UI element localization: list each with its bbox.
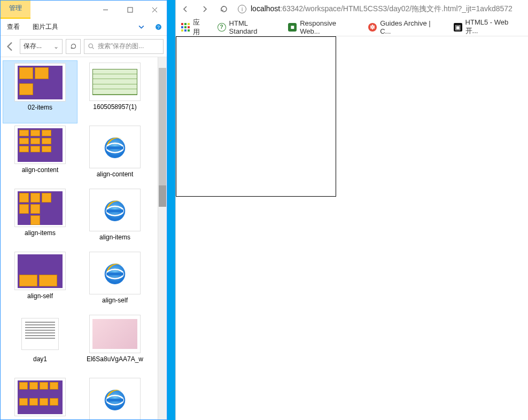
window-controls	[93, 1, 167, 19]
file-thumbnail	[14, 378, 66, 416]
nav-back-button[interactable]	[180, 4, 191, 14]
tab-manage[interactable]: 管理	[1, 1, 30, 19]
reload-button[interactable]	[219, 4, 229, 14]
file-item[interactable]: align-items	[3, 186, 77, 250]
help-icon[interactable]: ?	[150, 19, 167, 36]
svg-rect-19	[106, 399, 123, 401]
file-item[interactable]: align-self	[3, 250, 77, 313]
titlebar: 管理	[1, 1, 167, 19]
files-pane: 02-items1605058957(1)align-contentalign-…	[1, 57, 167, 419]
bookmark-label: HTML Standard	[229, 19, 278, 35]
refresh-button[interactable]	[66, 39, 81, 54]
files-grid[interactable]: 02-items1605058957(1)align-contentalign-…	[1, 57, 167, 419]
bookmarks-bar: 应用 HTML Standard ■ Responsive Web... ✽ G…	[176, 18, 528, 36]
favicon-icon: ■	[288, 23, 297, 32]
url-text: localhost:63342/workspace/HTML5CSS3/day0…	[251, 4, 513, 14]
file-label: El6Sa8uVgAA7A_w	[87, 355, 143, 363]
svg-rect-1	[128, 7, 133, 12]
search-placeholder: 搜索"保存的图...	[98, 42, 144, 51]
bookmark-label: Responsive Web...	[300, 19, 358, 35]
search-icon	[88, 43, 95, 50]
file-item[interactable]: 02-items	[3, 60, 77, 123]
svg-rect-10	[106, 146, 123, 149]
svg-line-7	[92, 48, 94, 49]
site-info-icon[interactable]: i	[238, 5, 246, 13]
breadcrumb-label: 保存...	[24, 42, 42, 51]
file-item[interactable]: align-items	[77, 186, 152, 250]
apps-icon	[181, 23, 190, 32]
tab-group: 管理	[1, 1, 30, 19]
file-thumbnail	[89, 315, 141, 353]
file-explorer-window: 管理 查看 图片工具 ? 保存... ⌄ 搜索"保存的图... 02-items…	[0, 0, 167, 420]
svg-rect-13	[106, 209, 123, 212]
file-thumbnail	[89, 378, 141, 419]
file-thumbnail	[89, 252, 141, 294]
breadcrumb[interactable]: 保存... ⌄	[20, 39, 63, 54]
file-label: align-items	[99, 234, 130, 241]
file-item[interactable]: flex-direction	[77, 376, 152, 419]
file-thumbnail	[14, 315, 66, 353]
file-label: flex-direction	[22, 418, 58, 419]
file-label: align-content	[97, 170, 134, 178]
nav-forward-button[interactable]	[199, 4, 210, 14]
file-label: day1	[33, 355, 47, 363]
browser-toolbar: i localhost:63342/workspace/HTML5CSS3/da…	[176, 0, 528, 18]
ribbon-tab-view[interactable]: 查看	[1, 22, 26, 32]
file-label: align-self	[102, 297, 128, 304]
ribbon: 查看 图片工具 ?	[1, 19, 167, 36]
file-item[interactable]: align-self	[77, 250, 152, 313]
drop-zone[interactable]	[176, 36, 336, 197]
bookmark-label: HTML5 - Web 开...	[465, 18, 523, 36]
nav-back-icon[interactable]	[4, 40, 17, 53]
minimize-button[interactable]	[93, 1, 118, 19]
scrollbar[interactable]	[158, 57, 167, 419]
svg-text:?: ?	[157, 25, 160, 30]
bookmark-guides-archive[interactable]: ✽ Guides Archive | C...	[368, 19, 442, 35]
bookmark-responsive-web[interactable]: ■ Responsive Web...	[288, 19, 358, 35]
ribbon-tab-picture-tools[interactable]: 图片工具	[26, 22, 65, 32]
file-label: align-content	[22, 166, 59, 174]
browser-window: i localhost:63342/workspace/HTML5CSS3/da…	[175, 0, 528, 420]
chevron-down-icon: ⌄	[53, 43, 59, 50]
apps-button[interactable]: 应用	[181, 18, 207, 37]
file-thumbnail	[89, 63, 141, 101]
file-thumbnail	[14, 189, 66, 227]
file-item[interactable]: El6Sa8uVgAA7A_w	[77, 313, 152, 376]
file-label: 02-items	[28, 104, 52, 111]
favicon-icon: ✽	[368, 23, 377, 32]
file-label: align-self	[27, 292, 53, 300]
whatwg-icon	[218, 23, 226, 32]
bookmark-label: Guides Archive | C...	[380, 19, 442, 35]
file-item[interactable]: 1605058957(1)	[77, 60, 152, 123]
file-label: 1605058957(1)	[93, 103, 136, 111]
apps-label: 应用	[193, 18, 207, 37]
svg-point-6	[89, 44, 92, 48]
address-bar: 保存... ⌄ 搜索"保存的图...	[1, 36, 167, 57]
chevron-down-icon[interactable]	[133, 19, 150, 36]
file-thumbnail	[14, 252, 66, 290]
file-item[interactable]: align-content	[77, 123, 152, 186]
file-thumbnail	[14, 63, 66, 102]
favicon-icon: ▣	[454, 23, 462, 32]
url-bar[interactable]: i localhost:63342/workspace/HTML5CSS3/da…	[238, 4, 524, 14]
file-thumbnail	[89, 126, 141, 168]
bookmark-html-standard[interactable]: HTML Standard	[218, 19, 278, 35]
scrollbar-thumb-active[interactable]	[159, 185, 166, 207]
search-input[interactable]: 搜索"保存的图...	[84, 39, 164, 54]
page-content	[176, 36, 528, 420]
file-item[interactable]: day1	[3, 313, 77, 376]
svg-rect-16	[106, 273, 123, 275]
file-label: align-items	[25, 229, 56, 237]
close-button[interactable]	[142, 1, 167, 19]
maximize-button[interactable]	[118, 1, 142, 19]
file-thumbnail	[89, 189, 141, 231]
file-thumbnail	[14, 126, 66, 164]
bookmark-html5-web[interactable]: ▣ HTML5 - Web 开...	[454, 18, 523, 36]
file-item[interactable]: align-content	[3, 123, 77, 186]
file-item[interactable]: flex-direction	[3, 376, 77, 419]
